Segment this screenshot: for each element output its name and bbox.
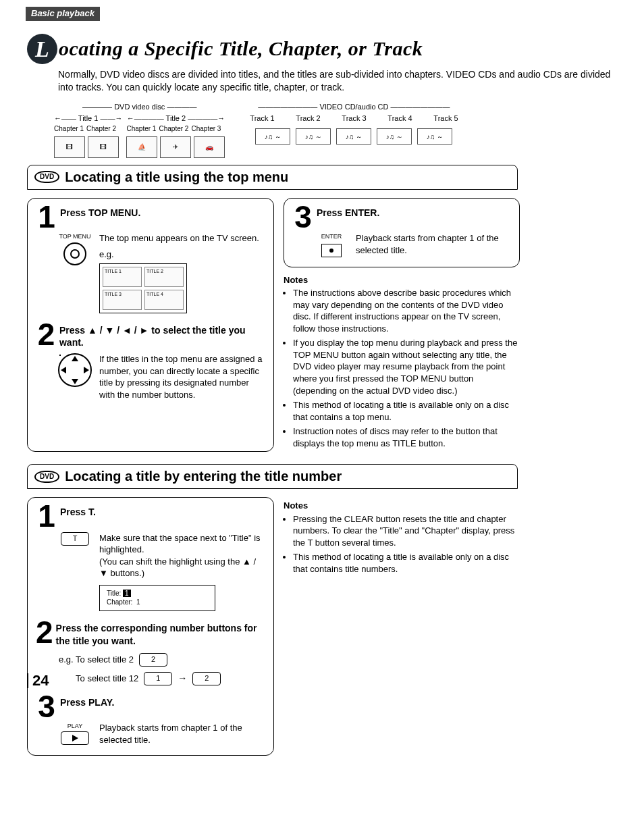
track-tile: ♪♫ ～ [296, 128, 331, 145]
section-1-title: Locating a title using the top menu [65, 168, 288, 186]
chapter-tile: ✈ [160, 136, 191, 158]
note-item: Instruction notes of discs may refer to … [293, 425, 520, 449]
osd-preview: Title: 1 Chapter: 1 [99, 585, 215, 611]
cd-structure-diagram: ———————— VIDEO CD/audio CD ———————— Trac… [245, 102, 462, 158]
enter-label: ENTER [321, 232, 342, 240]
dvd-badge-icon: DVD [34, 171, 59, 183]
step-1-text: The top menu appears on the TV screen. [99, 233, 259, 243]
step-2-text: If the titles in the top menu are assign… [99, 353, 265, 400]
section-1-step3-box: 3 Press ENTER. ENTER Playback starts fro… [284, 198, 520, 267]
eg-label: e.g. [99, 249, 114, 259]
play-label: PLAY [68, 722, 82, 730]
track-tile: ♪♫ ～ [417, 128, 452, 145]
chapter-tile: 🎞 [54, 136, 85, 158]
sec2-step-3-text: Playback starts from chapter 1 of the se… [99, 722, 265, 746]
dvd-structure-diagram: ———— DVD video disc ———— ←—— Title 1 ——→… [54, 102, 225, 158]
step-1-title: Press TOP MENU. [60, 205, 140, 219]
note-item: Pressing the CLEAR button resets the tit… [293, 513, 520, 549]
page-title: ocating a Specific Title, Chapter, or Tr… [59, 35, 423, 63]
track-tile: ♪♫ ～ [255, 128, 290, 145]
note-item: The instructions above describe basic pr… [293, 287, 520, 334]
section-1-header: DVD Locating a title using the top menu [27, 165, 518, 190]
arrow-icon: → [178, 672, 187, 685]
section-2-header: DVD Locating a title by entering the tit… [27, 464, 518, 489]
note-item: This method of locating a title is avail… [293, 399, 520, 423]
chapter-tile: 🚗 [194, 136, 225, 158]
enter-button-icon [321, 244, 342, 257]
step-2-title: Press ▲ / ▼ / ◄ / ► to select the title … [59, 323, 265, 350]
chapter-tile: 🎞 [88, 136, 119, 158]
step-number: 1 [36, 504, 57, 528]
menu-preview: TITLE 1 TITLE 2 TITLE 3 TITLE 4 [99, 263, 187, 313]
top-menu-label: TOP MENU [59, 232, 90, 240]
step-3-text: Playback starts from chapter 1 of the se… [356, 232, 511, 257]
breadcrumb: Basic playback [26, 7, 100, 21]
track-tile: ♪♫ ～ [377, 128, 412, 145]
top-menu-button-icon [63, 242, 86, 265]
title-initial-icon: L [27, 34, 57, 64]
page-number: 24 [27, 673, 49, 688]
track-tile: ♪♫ ～ [336, 128, 371, 145]
chapter-tile: ⛵ [126, 136, 157, 158]
section-1-notes: Notes The instructions above describe ba… [284, 274, 520, 450]
note-item: This method of locating a title is avail… [293, 551, 520, 575]
intro-text: Normally, DVD video discs are divided in… [58, 68, 617, 94]
step-number: 3 [36, 695, 57, 719]
number-button-icon: 1 [144, 672, 172, 685]
eg-text: To select title 12 [59, 673, 138, 685]
sec2-step-2-title: Press the corresponding number buttons f… [56, 621, 265, 648]
section-2-steps-box: 1 Press T. T Make sure that the space ne… [27, 497, 274, 756]
play-button-icon [61, 731, 89, 745]
step-3-title: Press ENTER. [317, 205, 379, 219]
dpad-icon [58, 353, 92, 387]
note-item: If you display the top menu during playb… [293, 337, 520, 396]
number-button-icon: 2 [139, 653, 167, 667]
page-title-row: L ocating a Specific Title, Chapter, or … [27, 34, 617, 64]
step-number: 2 [36, 323, 57, 346]
section-2-notes: Notes Pressing the CLEAR button resets t… [284, 500, 520, 575]
step-number: 2 [36, 621, 53, 644]
dvd-badge-icon: DVD [34, 471, 59, 483]
eg-text: e.g. To select title 2 [59, 654, 134, 666]
step-number: 3 [292, 205, 314, 229]
sec2-step-1-text: Make sure that the space next to "Title"… [99, 533, 261, 579]
section-1-steps-box: 1 Press TOP MENU. TOP MENU The top menu … [27, 198, 274, 452]
sec2-step-1-title: Press T. [60, 504, 96, 519]
t-button-icon: T [61, 532, 89, 546]
section-2-title: Locating a title by entering the title n… [65, 467, 342, 486]
step-number: 1 [36, 205, 57, 229]
sec2-step-3-title: Press PLAY. [60, 695, 114, 709]
number-button-icon: 2 [192, 672, 221, 685]
